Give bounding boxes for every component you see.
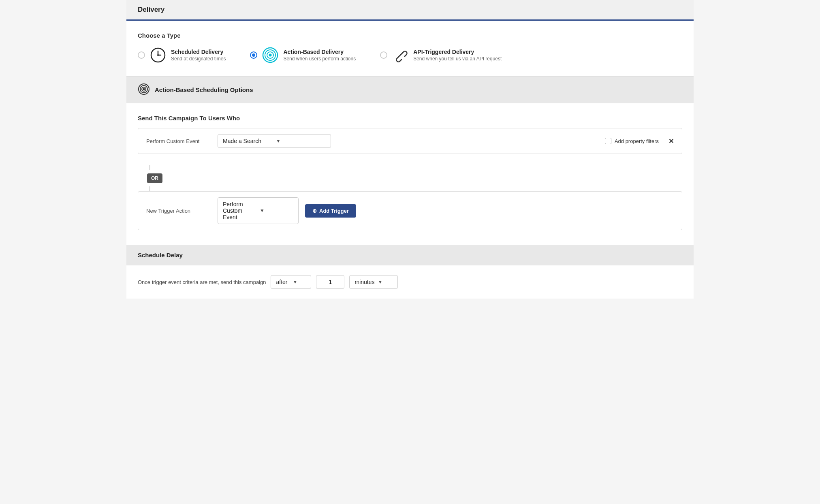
- unit-option: minutes: [354, 279, 374, 285]
- target-icon: [262, 47, 278, 63]
- action-based-radio[interactable]: [250, 51, 257, 59]
- scheduling-options-section: Action-Based Scheduling Options: [126, 76, 694, 103]
- add-property-filters: Add property filters: [605, 138, 659, 144]
- delay-row: Once trigger event criteria are met, sen…: [138, 275, 682, 289]
- api-triggered-desc: Send when you tell us via an API request: [413, 56, 502, 62]
- delivery-options: Scheduled Delivery Send at designated ti…: [138, 47, 682, 63]
- plus-icon: ⊕: [312, 208, 317, 214]
- or-wrapper: OR: [126, 165, 694, 191]
- send-campaign-label: Send This Campaign To Users Who: [138, 115, 682, 122]
- api-triggered-delivery-option[interactable]: API-Triggered Delivery Send when you tel…: [380, 47, 502, 63]
- chevron-down-icon: ▼: [276, 138, 326, 144]
- or-badge: OR: [147, 173, 162, 183]
- trigger-label-1: Perform Custom Event: [146, 138, 211, 144]
- v-line-bottom: [149, 186, 150, 191]
- add-trigger-button[interactable]: ⊕ Add Trigger: [305, 204, 356, 218]
- api-triggered-option-text: API-Triggered Delivery Send when you tel…: [413, 49, 502, 62]
- vertical-line: OR: [138, 165, 162, 191]
- page-container: Delivery Choose a Type Scheduled Deliver…: [126, 0, 694, 299]
- action-based-option-text: Action-Based Delivery Send when users pe…: [283, 49, 356, 62]
- svg-point-12: [143, 88, 145, 90]
- new-trigger-label: New Trigger Action: [146, 208, 211, 214]
- schedule-delay-section: Schedule Delay Once trigger event criter…: [126, 245, 694, 299]
- clock-icon: [150, 47, 166, 63]
- svg-point-7: [269, 54, 272, 57]
- property-filter-checkbox[interactable]: [605, 138, 611, 144]
- action-based-delivery-option[interactable]: Action-Based Delivery Send when users pe…: [250, 47, 356, 63]
- chevron-down-icon-2: ▼: [260, 208, 293, 214]
- trigger-row-2: New Trigger Action Perform Custom Event …: [138, 191, 682, 230]
- scheduled-desc: Send at designated times: [171, 56, 226, 62]
- scheduled-title: Scheduled Delivery: [171, 49, 226, 55]
- add-trigger-label: Add Trigger: [319, 208, 349, 214]
- scheduled-radio[interactable]: [138, 51, 145, 59]
- action-based-title: Action-Based Delivery: [283, 49, 356, 55]
- choose-type-label: Choose a Type: [138, 32, 682, 39]
- scheduling-options-title: Action-Based Scheduling Options: [155, 86, 253, 93]
- event-select[interactable]: Made a Search ▼: [218, 134, 331, 148]
- api-triggered-radio[interactable]: [380, 51, 387, 59]
- add-property-filters-label[interactable]: Add property filters: [615, 138, 659, 144]
- after-option: after: [276, 279, 289, 285]
- schedule-delay-header: Schedule Delay: [126, 245, 694, 265]
- close-icon[interactable]: ✕: [668, 137, 674, 145]
- schedule-delay-body: Once trigger event criteria are met, sen…: [126, 265, 694, 299]
- unit-select[interactable]: minutes ▼: [349, 275, 398, 289]
- delivery-title: Delivery: [138, 6, 682, 14]
- schedule-delay-title: Schedule Delay: [138, 252, 682, 258]
- or-badge-container: OR: [137, 170, 162, 186]
- delay-value-input[interactable]: [316, 275, 344, 289]
- choose-type-section: Choose a Type Scheduled Delivery Send at…: [126, 21, 694, 76]
- svg-line-8: [399, 53, 402, 57]
- scheduled-delivery-option[interactable]: Scheduled Delivery Send at designated ti…: [138, 47, 226, 63]
- new-trigger-section: New Trigger Action Perform Custom Event …: [126, 191, 694, 241]
- v-line-top: [149, 165, 150, 170]
- chevron-down-icon-3: ▼: [293, 279, 306, 285]
- send-campaign-section: Send This Campaign To Users Who Perform …: [126, 103, 694, 165]
- new-trigger-select[interactable]: Perform Custom Event ▼: [218, 197, 299, 224]
- after-select[interactable]: after ▼: [271, 275, 311, 289]
- delay-description: Once trigger event criteria are met, sen…: [138, 279, 266, 285]
- chevron-down-icon-4: ▼: [378, 279, 393, 285]
- chain-icon: [392, 47, 408, 63]
- trigger-row-1: Perform Custom Event Made a Search ▼ Add…: [138, 128, 682, 154]
- action-based-desc: Send when users perform actions: [283, 56, 356, 62]
- api-triggered-title: API-Triggered Delivery: [413, 49, 502, 55]
- new-trigger-selected: Perform Custom Event: [223, 201, 256, 220]
- delivery-header: Delivery: [126, 0, 694, 21]
- scheduling-target-icon: [138, 83, 150, 96]
- scheduled-option-text: Scheduled Delivery Send at designated ti…: [171, 49, 226, 62]
- selected-event: Made a Search: [223, 138, 273, 144]
